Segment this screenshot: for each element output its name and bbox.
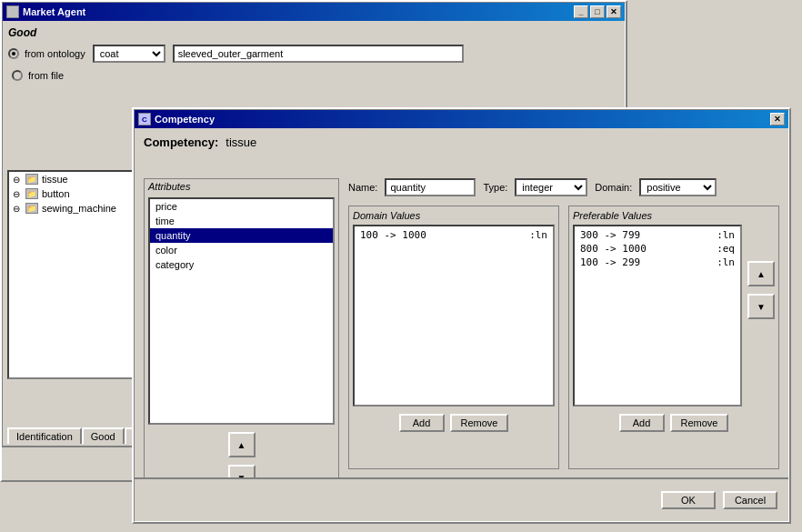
tissue-label: tissue <box>42 174 68 185</box>
type-select[interactable]: integer <box>515 178 587 196</box>
from-ontology-radio-circle <box>8 48 19 59</box>
ontology-select[interactable]: coat <box>93 45 165 63</box>
pref-value-row-1: 800 -> 1000 :eq <box>576 242 738 256</box>
from-file-radio[interactable]: from file <box>12 70 619 81</box>
button-folder-icon: 📁 <box>25 188 38 199</box>
sewing-machine-label: sewing_machine <box>42 203 116 214</box>
tree-item-button[interactable]: ⊖ 📁 button <box>9 186 133 201</box>
competency-modal: C Competency ✕ Competency: tissue Attrib… <box>132 107 791 524</box>
preferable-values-list: 300 -> 799 :ln 800 -> 1000 :eq 100 -> 29… <box>573 225 742 407</box>
pref-value-range-1: 800 -> 1000 <box>580 243 647 255</box>
domain-values-list: 100 -> 1000 :ln <box>353 225 555 407</box>
name-input[interactable] <box>385 178 476 196</box>
attr-quantity[interactable]: quantity <box>150 228 333 243</box>
pref-value-range-0: 300 -> 799 <box>580 229 640 241</box>
market-agent-title: Market Agent <box>23 6 85 17</box>
name-label: Name: <box>348 182 377 193</box>
close-button[interactable]: ✕ <box>607 5 621 18</box>
competency-close-button[interactable]: ✕ <box>770 113 785 125</box>
tab-identification[interactable]: Identification <box>7 427 82 444</box>
attr-time[interactable]: time <box>150 214 333 228</box>
ontology-text-input[interactable] <box>173 45 464 63</box>
attr-up-button[interactable]: ▲ <box>228 432 256 457</box>
preferable-values-panel: Preferable Values 300 -> 799 :ln 800 -> … <box>568 206 779 469</box>
pref-value-type-1: :eq <box>717 243 735 255</box>
domain-label: Domain: <box>595 182 632 193</box>
market-agent-title-bar: Market Agent _ □ ✕ <box>3 3 625 21</box>
type-label: Type: <box>483 182 507 193</box>
tree-item-tissue[interactable]: ⊖ 📁 tissue <box>9 172 133 186</box>
market-agent-icon <box>6 5 19 18</box>
from-file-radio-circle <box>12 70 23 81</box>
attributes-panel: Attributes price time quantity color cat… <box>144 178 339 497</box>
domain-value-buttons: Add Remove <box>353 414 555 432</box>
pref-remove-button[interactable]: Remove <box>670 414 729 432</box>
pref-add-button[interactable]: Add <box>619 414 665 432</box>
domain-remove-button[interactable]: Remove <box>450 414 509 432</box>
tissue-folder-icon: 📁 <box>25 174 38 185</box>
attributes-list: price time quantity color category <box>148 197 335 425</box>
minimize-button[interactable]: _ <box>574 5 588 18</box>
pref-value-type-0: :ln <box>717 229 735 241</box>
preferable-values-label: Preferable Values <box>573 210 775 221</box>
pref-value-row-0: 300 -> 799 :ln <box>576 228 738 242</box>
good-section-label: Good <box>8 26 619 39</box>
pref-up-button[interactable]: ▲ <box>747 261 775 286</box>
competency-label: Competency: <box>144 136 218 149</box>
sewing-machine-folder-icon: 📁 <box>25 203 38 214</box>
tree-item-sewing-machine[interactable]: ⊖ 📁 sewing_machine <box>9 201 133 216</box>
pref-value-row-2: 100 -> 299 :ln <box>576 256 738 269</box>
two-panels: Domain Values 100 -> 1000 :ln Add Remove <box>348 206 779 469</box>
tab-good[interactable]: Good <box>82 427 125 444</box>
name-type-domain-row: Name: Type: integer Domain: positive <box>348 178 779 196</box>
competency-title: Competency <box>155 114 215 125</box>
right-area: Name: Type: integer Domain: positive Do <box>348 178 779 467</box>
modal-bottom-bar: OK Cancel <box>135 477 788 521</box>
attr-category[interactable]: category <box>150 257 333 272</box>
attributes-label: Attributes <box>145 179 338 194</box>
tree-panel: ⊖ 📁 tissue ⊖ 📁 button ⊖ 📁 sewing_machine <box>7 170 135 379</box>
pref-value-buttons: Add Remove <box>573 414 775 432</box>
pref-arrow-buttons: ▲ ▼ <box>747 261 775 319</box>
attr-color[interactable]: color <box>150 243 333 257</box>
domain-add-button[interactable]: Add <box>399 414 445 432</box>
button-label: button <box>42 188 70 199</box>
ontology-row: from ontology coat <box>8 45 619 63</box>
competency-header-row: Competency: tissue <box>144 136 779 149</box>
domain-value-row-0: 100 -> 1000 :ln <box>356 228 551 242</box>
domain-select[interactable]: positive <box>639 178 717 196</box>
from-ontology-radio[interactable]: from ontology <box>8 48 85 59</box>
pref-value-range-2: 100 -> 299 <box>580 256 640 268</box>
competency-icon: C <box>138 113 151 125</box>
domain-value-type-0: :ln <box>529 229 547 241</box>
from-file-label: from file <box>28 70 64 81</box>
competency-value: tissue <box>226 136 256 149</box>
ok-button[interactable]: OK <box>661 491 716 509</box>
from-ontology-label: from ontology <box>25 48 85 59</box>
domain-value-range-0: 100 -> 1000 <box>360 229 426 241</box>
attr-price[interactable]: price <box>150 199 333 214</box>
cancel-button[interactable]: Cancel <box>723 491 777 509</box>
domain-values-label: Domain Values <box>353 210 555 221</box>
domain-values-panel: Domain Values 100 -> 1000 :ln Add Remove <box>348 206 559 469</box>
pref-value-type-2: :ln <box>717 256 735 268</box>
pref-down-button[interactable]: ▼ <box>747 294 775 319</box>
maximize-button[interactable]: □ <box>590 5 605 18</box>
competency-title-bar: C Competency ✕ <box>135 110 788 128</box>
